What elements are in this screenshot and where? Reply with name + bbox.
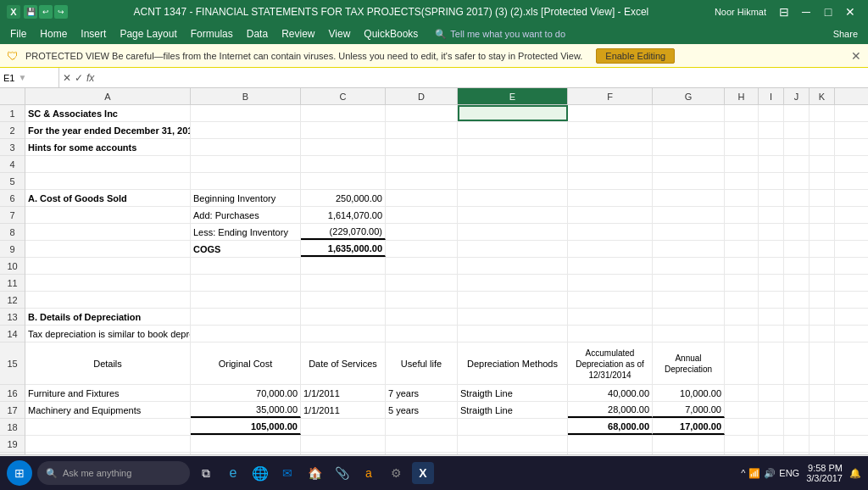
cell-K8[interactable]: [810, 224, 835, 240]
cell-A17[interactable]: Machinery and Equipments: [25, 402, 191, 418]
edge-button[interactable]: e: [222, 462, 244, 484]
cell-B6[interactable]: Beginning Inventory: [191, 190, 301, 206]
cell-F2[interactable]: [568, 122, 653, 138]
cell-J3[interactable]: [784, 139, 810, 155]
cell-D9[interactable]: [386, 241, 458, 257]
cell-B16[interactable]: 70,000.00: [191, 385, 301, 401]
cell-E9[interactable]: [458, 241, 568, 257]
cell-D6[interactable]: [386, 190, 458, 206]
col-header-B[interactable]: B: [191, 88, 301, 104]
col-header-K[interactable]: K: [810, 88, 835, 104]
cell-B17[interactable]: 35,000.00: [191, 402, 301, 418]
cell-A16[interactable]: Furniture and Fixtures: [25, 385, 191, 401]
cell-H6[interactable]: [725, 190, 759, 206]
cell-D3[interactable]: [386, 139, 458, 155]
mail-button[interactable]: ✉: [276, 462, 298, 484]
col-header-E[interactable]: E: [458, 88, 568, 104]
cell-B1[interactable]: [191, 105, 301, 121]
cell-A1[interactable]: SC & Associates Inc: [25, 105, 191, 121]
cell-G7[interactable]: [653, 207, 725, 223]
cell-A12[interactable]: [25, 292, 191, 308]
start-button[interactable]: ⊞: [7, 460, 32, 486]
notification-icon[interactable]: 🔔: [849, 468, 861, 479]
cell-D2[interactable]: [386, 122, 458, 138]
excel-taskbar-button[interactable]: X: [412, 462, 434, 484]
cell-J6[interactable]: [784, 190, 810, 206]
cell-K4[interactable]: [810, 156, 835, 172]
cell-J7[interactable]: [784, 207, 810, 223]
cell-I5[interactable]: [759, 173, 784, 189]
cell-A7[interactable]: [25, 207, 191, 223]
cell-H4[interactable]: [725, 156, 759, 172]
protected-bar-close-button[interactable]: ✕: [851, 49, 861, 63]
cell-J9[interactable]: [784, 241, 810, 257]
cell-A4[interactable]: [25, 156, 191, 172]
cell-D5[interactable]: [386, 173, 458, 189]
cell-A8[interactable]: [25, 224, 191, 240]
col-header-I[interactable]: I: [759, 88, 784, 104]
cell-A3[interactable]: Hints for some accounts: [25, 139, 191, 155]
cell-B9[interactable]: COGS: [191, 241, 301, 257]
menu-formulas[interactable]: Formulas: [184, 26, 240, 42]
formula-input[interactable]: [97, 72, 868, 84]
cell-A18[interactable]: [25, 419, 191, 435]
cell-H8[interactable]: [725, 224, 759, 240]
cell-C4[interactable]: [301, 156, 386, 172]
menu-page-layout[interactable]: Page Layout: [113, 26, 183, 42]
cell-I2[interactable]: [759, 122, 784, 138]
cell-G16[interactable]: 10,000.00: [653, 385, 725, 401]
cell-C3[interactable]: [301, 139, 386, 155]
menu-view[interactable]: View: [322, 26, 358, 42]
cell-J5[interactable]: [784, 173, 810, 189]
cell-E2[interactable]: [458, 122, 568, 138]
cell-C9[interactable]: 1,635,000.00: [301, 241, 386, 257]
col-header-G[interactable]: G: [653, 88, 725, 104]
menu-quickbooks[interactable]: QuickBooks: [357, 26, 425, 42]
cell-G2[interactable]: [653, 122, 725, 138]
confirm-formula-icon[interactable]: ✓: [75, 72, 83, 84]
clock[interactable]: 9:58 PM 3/3/2017: [806, 463, 843, 483]
cell-F3[interactable]: [568, 139, 653, 155]
cell-J2[interactable]: [784, 122, 810, 138]
taskview-button[interactable]: ⧉: [195, 462, 217, 484]
cell-B2[interactable]: [191, 122, 301, 138]
col-header-A[interactable]: A: [25, 88, 191, 104]
taskbar-search-box[interactable]: 🔍 Ask me anything: [37, 461, 190, 485]
cell-H2[interactable]: [725, 122, 759, 138]
cell-D17[interactable]: 5 years: [386, 402, 458, 418]
cell-H3[interactable]: [725, 139, 759, 155]
enable-editing-button[interactable]: Enable Editing: [596, 48, 675, 64]
cell-E15[interactable]: Depreciation Methods: [458, 342, 568, 385]
cell-D4[interactable]: [386, 156, 458, 172]
cell-D15[interactable]: Useful life: [386, 342, 458, 385]
cell-C18[interactable]: [301, 419, 386, 435]
cell-I3[interactable]: [759, 139, 784, 155]
save-button[interactable]: 💾: [24, 5, 37, 19]
cell-G4[interactable]: [653, 156, 725, 172]
cell-B8[interactable]: Less: Ending Inventory: [191, 224, 301, 240]
cell-K1[interactable]: [810, 105, 835, 121]
undo-button[interactable]: ↩: [39, 5, 53, 19]
settings-button[interactable]: ⚙: [385, 462, 407, 484]
cell-G3[interactable]: [653, 139, 725, 155]
search-browser-button[interactable]: 🌐: [249, 462, 271, 484]
menu-review[interactable]: Review: [275, 26, 321, 42]
cell-E16[interactable]: Straigth Line: [458, 385, 568, 401]
cell-H7[interactable]: [725, 207, 759, 223]
lang-label[interactable]: ENG: [779, 468, 799, 478]
ribbon-toggle-button[interactable]: ⊟: [773, 0, 795, 24]
cell-J4[interactable]: [784, 156, 810, 172]
cell-C15[interactable]: Date of Services: [301, 342, 386, 385]
cell-B3[interactable]: [191, 139, 301, 155]
menu-file[interactable]: File: [3, 26, 33, 42]
cancel-formula-icon[interactable]: ✕: [63, 72, 71, 84]
cell-A10[interactable]: [25, 258, 191, 274]
close-button[interactable]: ✕: [839, 0, 861, 24]
cell-B15[interactable]: Original Cost: [191, 342, 301, 385]
cell-F8[interactable]: [568, 224, 653, 240]
cell-I1[interactable]: [759, 105, 784, 121]
cell-G9[interactable]: [653, 241, 725, 257]
cell-G6[interactable]: [653, 190, 725, 206]
cell-K3[interactable]: [810, 139, 835, 155]
minimize-button[interactable]: ─: [795, 0, 817, 24]
